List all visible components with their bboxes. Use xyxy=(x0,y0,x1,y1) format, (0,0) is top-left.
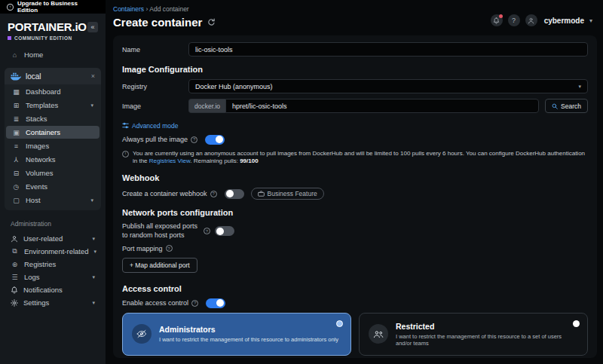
registries-view-link[interactable]: Registries View xyxy=(149,158,191,164)
remaining-pulls-count: 99/100 xyxy=(240,158,258,164)
logs-icon: ☰ xyxy=(11,274,19,281)
webhook-toggle[interactable] xyxy=(225,189,244,199)
sidebar-item-logs[interactable]: ☰ Logs ▾ xyxy=(5,271,101,283)
image-registry-prefix: docker.io xyxy=(188,99,225,113)
warning-text: You are currently using an anonymous acc… xyxy=(133,150,588,166)
notifications-button[interactable] xyxy=(491,14,503,26)
help-tooltip-icon: ? xyxy=(166,245,173,252)
registry-select[interactable]: Docker Hub (anonymous) ▾ xyxy=(188,79,588,93)
edition-square-icon xyxy=(8,36,11,40)
images-icon: ≡ xyxy=(12,142,20,150)
sidebar: ↑ Upgrade to Business Edition PORTAINER.… xyxy=(0,0,106,364)
help-tooltip-icon: ? xyxy=(191,136,197,143)
docker-whale-icon xyxy=(11,72,21,81)
edition-badge: COMMUNITY EDITION xyxy=(0,33,106,41)
search-button-label: Search xyxy=(561,102,581,110)
sidebar-item-notifications[interactable]: Notifications xyxy=(5,283,101,296)
users-icon xyxy=(369,324,388,344)
sidebar-item-label: Home xyxy=(24,50,43,59)
map-port-label: + Map additional port xyxy=(130,262,190,269)
user-icon xyxy=(528,17,534,24)
sidebar-item-networks[interactable]: ⅄ Networks xyxy=(6,153,99,166)
header-actions: ? cybermode ▾ xyxy=(491,14,592,26)
sidebar-item-label: Events xyxy=(26,182,47,191)
enable-access-label: Enable access control ? xyxy=(122,299,198,307)
refresh-icon[interactable] xyxy=(207,18,216,26)
portainer-logo: PORTAINER.iO xyxy=(8,20,87,33)
sidebar-item-label: Stacks xyxy=(26,115,47,123)
sidebar-item-label: Environment-related xyxy=(24,247,89,255)
search-button[interactable]: Search xyxy=(545,99,588,113)
sidebar-item-label: Volumes xyxy=(26,169,53,177)
business-feature-badge: Business Feature xyxy=(251,188,324,200)
image-input[interactable] xyxy=(225,99,539,113)
sidebar-item-volumes[interactable]: ⊟ Volumes xyxy=(6,167,99,179)
sidebar-item-templates[interactable]: ⊞ Templates ▾ xyxy=(6,99,99,112)
advanced-mode-label: Advanced mode xyxy=(132,122,178,130)
advanced-mode-link[interactable]: Advanced mode xyxy=(122,122,178,130)
always-pull-toggle[interactable] xyxy=(205,135,225,145)
sidebar-item-dashboard[interactable]: ▦ Dashboard xyxy=(6,85,99,98)
help-button[interactable]: ? xyxy=(508,14,520,26)
restricted-radio[interactable] xyxy=(573,320,580,327)
bell-icon xyxy=(11,286,18,294)
sidebar-item-events[interactable]: ◷ Events xyxy=(6,180,99,193)
chevron-down-icon[interactable]: ▾ xyxy=(589,17,592,24)
access-option-restricted[interactable]: Restricted I want to restrict the manage… xyxy=(359,313,588,356)
upgrade-arrow-icon: ↑ xyxy=(7,4,14,11)
sidebar-item-home[interactable]: ⌂ Home xyxy=(5,48,101,61)
publish-ports-label: Publish all exposed ports to random host… xyxy=(122,222,204,240)
environment-header[interactable]: local × xyxy=(5,68,101,84)
close-icon[interactable]: × xyxy=(91,72,95,80)
notification-dot xyxy=(499,14,503,18)
sidebar-item-label: Containers xyxy=(26,128,60,136)
app-window: ↑ Upgrade to Business Edition PORTAINER.… xyxy=(0,0,603,364)
sidebar-item-stacks[interactable]: ≣ Stacks xyxy=(6,112,99,125)
sidebar-item-user-related[interactable]: User-related ▾ xyxy=(5,232,101,245)
chevron-down-icon: ▾ xyxy=(90,102,93,109)
registries-icon: ⊛ xyxy=(11,261,19,268)
breadcrumb-separator: › xyxy=(145,5,148,13)
warning-mid: . Remaining pulls: xyxy=(190,158,240,164)
sidebar-item-label: Templates xyxy=(26,101,58,109)
chevron-down-icon: ▾ xyxy=(92,236,95,242)
name-label: Name xyxy=(122,46,188,54)
environments-icon: ⧉ xyxy=(11,247,19,255)
main-content: Containers › Add container Create contai… xyxy=(106,0,603,364)
webhook-heading: Webhook xyxy=(122,173,588,182)
webhook-text: Create a container webhook xyxy=(122,190,207,197)
containers-icon: ▣ xyxy=(12,129,20,136)
port-mapping-label: Port mapping ? xyxy=(122,245,173,252)
eye-off-icon xyxy=(132,324,152,344)
bell-icon xyxy=(493,17,500,24)
upgrade-business-banner[interactable]: ↑ Upgrade to Business Edition xyxy=(0,0,106,14)
breadcrumb: Containers › Add container xyxy=(113,5,597,13)
sidebar-item-registries[interactable]: ⊛ Registries xyxy=(5,258,101,271)
chevron-down-icon: ▾ xyxy=(94,249,97,255)
publish-ports-toggle[interactable] xyxy=(215,226,234,236)
sidebar-item-label: Registries xyxy=(24,260,56,268)
sidebar-item-containers[interactable]: ▣ Containers xyxy=(6,126,99,139)
sidebar-item-host[interactable]: ▢ Host ▾ xyxy=(6,194,99,206)
user-avatar[interactable] xyxy=(525,14,537,26)
question-icon: ? xyxy=(512,17,516,24)
help-tooltip-icon: ? xyxy=(191,300,198,307)
sidebar-item-label: Networks xyxy=(26,155,56,164)
sidebar-item-label: Dashboard xyxy=(26,87,60,96)
access-option-administrators[interactable]: Administrators I want to restrict the ma… xyxy=(122,313,351,356)
sidebar-item-environment-related[interactable]: ⧉ Environment-related ▾ xyxy=(5,245,101,258)
help-tooltip-icon: ? xyxy=(210,191,217,197)
enable-access-toggle[interactable] xyxy=(206,298,225,308)
sidebar-item-images[interactable]: ≡ Images xyxy=(6,139,99,152)
environment-group: local × ▦ Dashboard ⊞ Templates ▾ ≣ Stac… xyxy=(5,68,101,210)
business-feature-label: Business Feature xyxy=(268,190,317,197)
sidebar-collapse-button[interactable]: « xyxy=(87,22,98,32)
administrators-radio[interactable] xyxy=(336,320,343,327)
sidebar-item-label: Host xyxy=(26,196,41,204)
webhook-label: Create a container webhook ? xyxy=(122,190,217,197)
map-additional-port-button[interactable]: + Map additional port xyxy=(122,258,197,273)
name-input[interactable] xyxy=(188,42,588,57)
sidebar-item-settings[interactable]: Settings ▾ xyxy=(5,296,101,309)
breadcrumb-link-containers[interactable]: Containers xyxy=(113,5,144,13)
port-mapping-text: Port mapping xyxy=(122,245,163,252)
